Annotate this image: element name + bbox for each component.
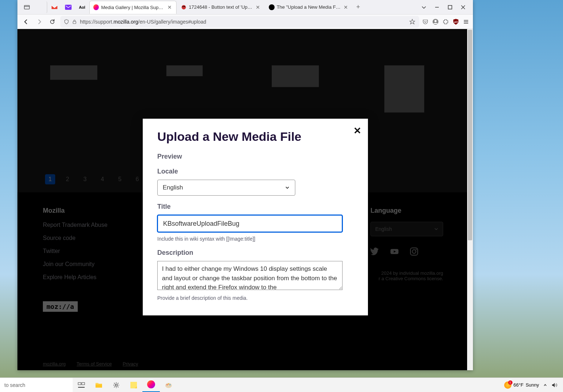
- tab-bar: Aol Media Gallery | Mozilla Support ✕ 17…: [17, 0, 473, 15]
- chevron-down-icon: [285, 185, 290, 190]
- svg-point-12: [434, 20, 437, 22]
- locale-label: Locale: [157, 168, 353, 175]
- description-textarea[interactable]: [157, 261, 343, 290]
- svg-rect-22: [82, 383, 85, 385]
- svg-rect-0: [24, 5, 29, 9]
- paint-icon[interactable]: [160, 378, 177, 392]
- reload-button[interactable]: [47, 17, 57, 27]
- title-hint: Include this in wiki syntax with [[Image…: [157, 236, 353, 242]
- firefox-favicon-icon: [93, 4, 99, 10]
- weather-temp: 66°F: [514, 382, 524, 388]
- pocket-icon[interactable]: [422, 19, 429, 25]
- description-hint: Provide a brief description of this medi…: [157, 295, 353, 301]
- firefox-taskbar-icon[interactable]: [142, 378, 160, 392]
- new-tab-button[interactable]: +: [353, 2, 363, 12]
- pinned-tab-gmail[interactable]: [48, 1, 61, 13]
- tab-media-gallery[interactable]: Media Gallery | Mozilla Support ✕: [89, 1, 177, 14]
- tab-title: Media Gallery | Mozilla Support: [101, 5, 165, 10]
- tab-title: The "Upload a New Media File": [277, 4, 341, 10]
- title-label: Title: [157, 203, 353, 211]
- page-scrollbar[interactable]: [467, 29, 473, 370]
- modal-title: Upload a New Media File: [157, 130, 353, 144]
- svg-point-28: [167, 384, 168, 385]
- menu-icon[interactable]: [463, 19, 469, 25]
- url-bar[interactable]: https://support.mozilla.org/en-US/galler…: [60, 16, 419, 28]
- svg-rect-10: [73, 21, 76, 24]
- forward-button[interactable]: [34, 17, 44, 27]
- preview-label: Preview: [157, 153, 353, 160]
- tray-chevron-icon[interactable]: [543, 383, 547, 387]
- url-text: https://support.mozilla.org/en-US/galler…: [80, 19, 406, 25]
- pinned-tab-mail[interactable]: [62, 1, 75, 13]
- window-minimize-icon[interactable]: [434, 4, 440, 11]
- svg-point-25: [115, 384, 117, 386]
- account-icon[interactable]: [432, 19, 439, 25]
- task-view-icon[interactable]: [73, 378, 90, 392]
- pinned-tab-aol[interactable]: Aol: [76, 1, 89, 13]
- bugzilla-favicon-icon: [181, 4, 187, 10]
- upload-media-modal: ✕ Upload a New Media File Preview Locale…: [143, 119, 368, 315]
- locale-select[interactable]: English: [157, 180, 295, 196]
- back-button[interactable]: [21, 17, 31, 27]
- file-explorer-icon[interactable]: [90, 378, 108, 392]
- svg-rect-7: [448, 5, 452, 9]
- tab-github[interactable]: The "Upload a New Media File" ✕: [265, 1, 352, 14]
- svg-text:uO: uO: [454, 20, 458, 24]
- volume-icon[interactable]: [551, 382, 557, 388]
- nav-bar: https://support.mozilla.org/en-US/galler…: [17, 15, 473, 29]
- tab-bugzilla[interactable]: 1724648 - Button text of 'Uploa ✕: [177, 1, 264, 14]
- taskbar-search[interactable]: to search: [0, 378, 73, 392]
- svg-rect-21: [78, 383, 81, 385]
- windows-taskbar: to search 1 66°F Sunny: [0, 377, 563, 392]
- weather-widget[interactable]: 1 66°F Sunny: [504, 381, 539, 389]
- tab-title: 1724648 - Button text of 'Uploa: [189, 4, 253, 10]
- svg-rect-2: [65, 5, 72, 10]
- svg-point-3: [182, 5, 186, 9]
- description-label: Description: [157, 249, 353, 257]
- browser-window: Aol Media Gallery | Mozilla Support ✕ 17…: [17, 0, 473, 370]
- svg-point-30: [170, 384, 171, 385]
- shield-icon: [64, 19, 69, 24]
- svg-point-29: [168, 383, 169, 384]
- window-close-icon[interactable]: [460, 4, 466, 11]
- extensions-icon[interactable]: [442, 19, 449, 25]
- weather-condition: Sunny: [526, 382, 539, 388]
- modal-close-button[interactable]: ✕: [353, 125, 361, 136]
- ublock-icon[interactable]: uO: [453, 19, 459, 25]
- tab-close-icon[interactable]: ✕: [343, 4, 349, 10]
- sun-icon: 1: [504, 381, 511, 389]
- svg-rect-24: [96, 384, 102, 388]
- scrollbar-thumb[interactable]: [468, 30, 472, 240]
- tab-close-icon[interactable]: ✕: [255, 4, 261, 10]
- settings-icon[interactable]: [108, 378, 125, 392]
- window-maximize-icon[interactable]: [447, 4, 453, 11]
- svg-point-5: [184, 6, 185, 7]
- title-input[interactable]: [157, 215, 343, 232]
- sticky-notes-icon[interactable]: [125, 378, 142, 392]
- lock-icon: [72, 19, 77, 24]
- tab-spaces-icon[interactable]: [20, 1, 33, 13]
- tab-overflow-icon[interactable]: [421, 4, 427, 11]
- page-content: Mozilla Report Trademark Abuse Source co…: [17, 29, 473, 370]
- bookmark-star-icon[interactable]: [409, 19, 416, 25]
- svg-point-4: [182, 6, 183, 7]
- tab-close-icon[interactable]: ✕: [167, 4, 173, 10]
- github-favicon-icon: [269, 4, 275, 10]
